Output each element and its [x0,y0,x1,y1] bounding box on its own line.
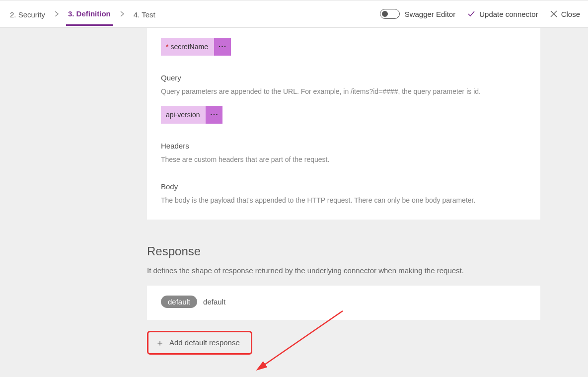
query-desc: Query parameters are appended to the URL… [161,87,526,97]
step-definition[interactable]: 3. Definition [66,2,113,26]
response-card: default default [147,286,540,320]
wizard-steps: 2. Security 3. Definition 4. Test [8,2,157,26]
close-button[interactable]: Close [550,10,580,18]
top-actions: Swagger Editor Update connector Close [380,9,580,19]
add-default-response-button[interactable]: ＋ Add default response [147,331,252,355]
query-title: Query [161,74,526,82]
update-connector-button[interactable]: Update connector [467,10,538,18]
param-label: api-version [161,106,206,124]
step-security[interactable]: 2. Security [8,3,47,25]
top-bar: 2. Security 3. Definition 4. Test Swagge… [0,0,588,28]
chevron-right-icon [120,10,125,18]
body-desc: The body is the payload that's appended … [161,196,526,206]
swagger-toggle[interactable]: Swagger Editor [380,9,456,19]
checkmark-icon [467,10,475,18]
response-row[interactable]: default default [161,296,526,308]
content-area: * secretName ··· Query Query parameters … [0,28,588,377]
headers-desc: These are custom headers that are part o… [161,155,526,165]
response-pill: default [161,296,197,308]
chevron-right-icon [54,10,59,18]
add-label: Add default response [169,338,240,347]
close-icon [550,10,557,17]
plus-icon: ＋ [155,338,164,347]
param-chip-apiversion[interactable]: api-version ··· [161,106,222,124]
more-icon[interactable]: ··· [214,38,231,56]
required-asterisk: * [166,43,168,51]
swagger-label: Swagger Editor [405,10,456,18]
more-icon[interactable]: ··· [206,106,222,124]
response-desc: It defines the shape of response returne… [147,266,540,275]
toggle-switch-icon[interactable] [380,9,400,19]
step-test[interactable]: 4. Test [132,3,157,25]
response-title: Response [147,244,540,258]
param-label: * secretName [161,38,214,56]
close-label: Close [561,10,580,18]
update-label: Update connector [479,10,538,18]
response-label: default [203,298,225,306]
headers-title: Headers [161,142,526,150]
param-chip-secretname[interactable]: * secretName ··· [161,38,231,56]
body-title: Body [161,182,526,191]
request-card: * secretName ··· Query Query parameters … [147,28,540,220]
response-section-header: Response It defines the shape of respons… [147,244,540,275]
